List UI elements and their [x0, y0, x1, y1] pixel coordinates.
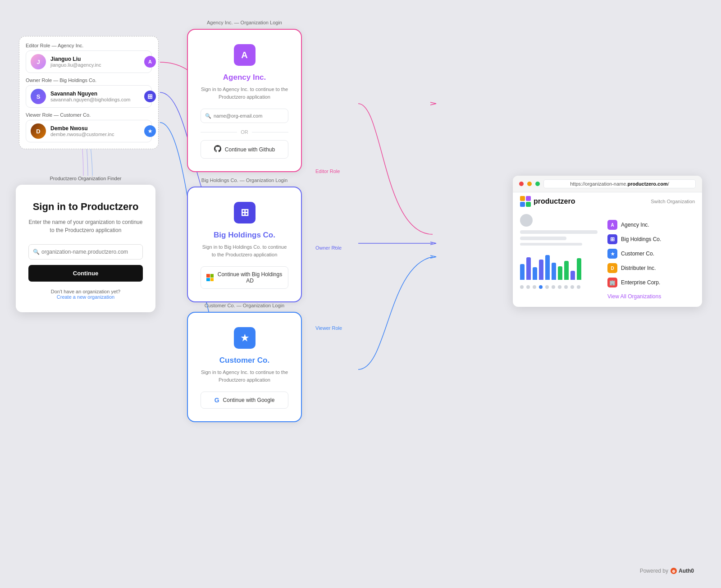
chart-bar-10 — [577, 258, 581, 280]
editor-role-label: Editor Role — [315, 169, 340, 174]
chart-bar-7 — [558, 266, 562, 280]
user-email-jianguo: jianguo.liu@agency.inc — [50, 62, 101, 68]
google-icon: G — [214, 397, 219, 404]
agency-github-button[interactable]: Continue with Github — [201, 140, 288, 159]
org-switch-item-distributer[interactable]: D Distributer Inc. — [605, 261, 695, 275]
role-label-owner: Owner Role — Big Holdings Co. — [26, 77, 152, 83]
org-name-agency: Agency Inc. — [621, 222, 649, 228]
role-item-editor: Editor Role — Agency Inc. J Jianguo Liu … — [26, 43, 152, 73]
chart-dot-8 — [564, 285, 568, 289]
org-switch-item-enterprise[interactable]: 🏢 Enterprise Corp. — [605, 275, 695, 290]
app-logo: productzero — [520, 196, 575, 207]
role-label-viewer: Viewer Role — Customer Co. — [26, 112, 152, 118]
url-bold: productzero.com — [627, 181, 667, 187]
org-finder-subtitle: Enter the name of your organization to c… — [28, 218, 143, 234]
owner-arrow-right: → — [332, 243, 338, 250]
org-icon-agency: A — [607, 220, 617, 230]
customer-google-button[interactable]: G Continue with Google — [201, 392, 288, 409]
user-info-dembe: Dembe Nwosu dembe.nwosu@customer.inc — [50, 125, 114, 137]
chart-bar-8 — [564, 261, 569, 280]
svg-line-0 — [430, 242, 436, 243]
chart-placeholder-lines — [520, 230, 598, 246]
org-name-bigholdings: Big Holdings Co. — [621, 236, 661, 242]
role-card-viewer: D Dembe Nwosu dembe.nwosu@customer.inc ★ — [26, 120, 152, 142]
chart-bar-1 — [520, 264, 525, 280]
create-org-link[interactable]: Create a new organization — [57, 294, 114, 300]
bigholdings-login-label: Big Holdings Co. — Organization Login — [187, 178, 302, 183]
chart-dot-1 — [520, 285, 524, 289]
auth0-label: Auth0 — [679, 568, 694, 574]
roles-panel: Editor Role — Agency Inc. J Jianguo Liu … — [19, 36, 159, 149]
chart-dot-3 — [533, 285, 536, 289]
customer-login-card: ★ Customer Co. Sign in to Agency Inc. to… — [187, 312, 302, 422]
agency-email-input[interactable] — [201, 109, 288, 123]
chart-dot-2 — [526, 285, 530, 289]
org-finder-input[interactable] — [28, 244, 143, 260]
traffic-light-green[interactable] — [535, 182, 540, 186]
user-name-savannah: Savannah Nguyen — [50, 91, 131, 97]
chart-dot-10 — [577, 285, 580, 289]
powered-by: Powered by ⊕ Auth0 — [640, 567, 694, 574]
bigholdings-login-wrapper: Big Holdings Co. — Organization Login ⊞ … — [187, 178, 302, 302]
role-label-editor: Editor Role — Agency Inc. — [26, 43, 152, 48]
org-switch-item-customer[interactable]: ★ Customer Co. — [605, 246, 695, 261]
chart-bars — [520, 253, 598, 280]
chart-bar-3 — [533, 267, 537, 280]
customer-login-wrapper: Customer Co. — Organization Login ★ Cust… — [187, 303, 302, 422]
org-switch-item-bigholdings[interactable]: ⊞ Big Holdings Co. — [605, 232, 695, 246]
agency-org-name: Agency Inc. — [201, 73, 288, 82]
bigholdings-login-card: ⊞ Big Holdings Co. Sign in to Big Holdin… — [187, 187, 302, 302]
role-badge-viewer: ★ — [144, 125, 156, 137]
agency-or-divider: OR — [201, 129, 288, 135]
customer-subtitle: Sign in to Agency Inc. to continue to th… — [201, 369, 288, 383]
powered-by-text: Powered by — [640, 568, 668, 574]
org-finder-title: Sign in to Productzero — [28, 201, 143, 213]
role-badge-editor: A — [144, 56, 156, 68]
org-icon-customer: ★ — [607, 249, 617, 259]
org-finder-wrapper: Productzero Organization Finder Sign in … — [16, 176, 155, 312]
role-item-owner: Owner Role — Big Holdings Co. S Savannah… — [26, 77, 152, 108]
app-logo-text: productzero — [534, 197, 575, 205]
viewer-role-label: Viewer Role — [315, 325, 342, 331]
app-body: A Agency Inc. ⊞ Big Holdings Co. ★ Custo… — [513, 207, 702, 307]
chart-bar-9 — [570, 271, 575, 280]
bigholdings-icon: ⊞ — [234, 202, 256, 223]
org-switch-item-agency[interactable]: A Agency Inc. — [605, 218, 695, 232]
chart-line-3 — [520, 243, 582, 246]
chart-dots — [520, 285, 598, 289]
chart-dot-9 — [570, 285, 574, 289]
svg-rect-9 — [526, 202, 531, 207]
chart-bar-2 — [526, 257, 531, 280]
org-icon-distributer: D — [607, 263, 617, 273]
url-prefix: https://organization-name. — [570, 181, 627, 187]
svg-rect-8 — [520, 202, 525, 207]
svg-line-2 — [430, 102, 436, 104]
traffic-light-red[interactable] — [519, 182, 524, 186]
bigholdings-subtitle: Sign in to Big Holdings Co. to continue … — [201, 243, 288, 258]
view-all-orgs-link[interactable]: View All Organizations — [605, 293, 695, 300]
agency-email-wrap: 🔍 — [201, 109, 288, 123]
svg-rect-6 — [520, 196, 525, 201]
chart-dot-6 — [552, 285, 555, 289]
agency-subtitle: Sign in to Agency Inc. to continue to th… — [201, 86, 288, 100]
org-name-distributer: Distributer Inc. — [621, 265, 656, 271]
traffic-light-yellow[interactable] — [527, 182, 532, 186]
agency-github-label: Continue with Github — [225, 146, 275, 153]
user-info-jianguo: Jianguo Liu jianguo.liu@agency.inc — [50, 56, 101, 68]
org-finder-input-wrap: 🔍 — [28, 244, 143, 260]
bigholdings-org-name: Big Holdings Co. — [201, 231, 288, 240]
chart-bar-6 — [552, 263, 556, 280]
org-name-enterprise: Enterprise Corp. — [621, 279, 660, 286]
chart-bar-5 — [545, 255, 550, 280]
avatar-savannah: S — [31, 89, 46, 104]
bigholdings-ms-button[interactable]: Continue with Big Holdings AD — [201, 266, 288, 289]
svg-text:⊕: ⊕ — [672, 569, 675, 574]
org-icon-enterprise: 🏢 — [607, 278, 617, 287]
chart-line-2 — [520, 237, 566, 240]
svg-line-4 — [430, 255, 436, 257]
ms-icon — [206, 274, 214, 281]
agency-login-card: A Agency Inc. Sign in to Agency Inc. to … — [187, 29, 302, 172]
switch-org-label[interactable]: Switch Organization — [651, 199, 695, 204]
auth0-icon: ⊕ — [670, 567, 677, 574]
org-finder-continue-button[interactable]: Continue — [28, 265, 143, 282]
